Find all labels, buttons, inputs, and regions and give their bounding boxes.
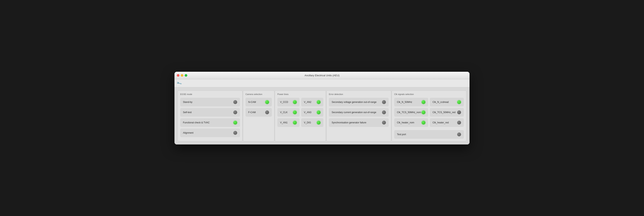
camera-fcam-label: F-CAM bbox=[248, 111, 256, 114]
maximize-button[interactable] bbox=[185, 74, 187, 77]
power-van1-label: V_AN1 bbox=[280, 121, 288, 124]
power-vclk-row: V_CLK bbox=[277, 108, 300, 117]
clk-nccdread-row: Clk_N_ccdread bbox=[430, 98, 464, 106]
egse-functional-indicator[interactable] bbox=[233, 121, 237, 125]
power-vccd-row: V_CCD bbox=[277, 98, 300, 106]
power-van3-row: V_AN3 bbox=[301, 108, 324, 117]
egse-alignment-row: Alignment bbox=[180, 129, 240, 137]
power-van3-label: V_AN3 bbox=[304, 111, 312, 114]
test-port-row: Test port bbox=[394, 130, 464, 139]
clk-heater-nom-row: Clk_heater_nom bbox=[394, 118, 428, 127]
error-panel: Error detection Secondary voltage genera… bbox=[326, 90, 391, 141]
clk-heater-nom-label: Clk_heater_nom bbox=[397, 121, 414, 124]
close-button[interactable] bbox=[177, 74, 180, 77]
clk-n50-row: Clk_N_50MHz bbox=[394, 98, 428, 106]
egse-functional-label: Functional check & TVAC bbox=[183, 121, 210, 124]
titlebar: Ancillary Electrical Units (AEU) bbox=[174, 72, 470, 79]
clk-tcs-nom-label: Clk_TCS_50MHz_nom bbox=[397, 111, 421, 114]
clk-panel: Clk signals selection Clk_N_50MHz Clk_N_… bbox=[392, 90, 466, 141]
power-van1-indicator[interactable] bbox=[293, 121, 297, 125]
egse-alignment-indicator[interactable] bbox=[233, 131, 237, 135]
egse-selftest-indicator[interactable] bbox=[233, 110, 237, 114]
clk-tcs-nom-row: Clk_TCS_50MHz_nom bbox=[394, 108, 428, 117]
clk-tcs-red-row: Clk_TCS_50MHz_red bbox=[430, 108, 464, 117]
egse-standby-indicator[interactable] bbox=[233, 100, 237, 104]
error-current-row: Secondary current generation out-of-rang… bbox=[329, 108, 389, 117]
camera-fcam-row: F-CAM bbox=[246, 108, 272, 117]
egse-standby-label: Stand-by bbox=[183, 101, 192, 103]
power-van2-indicator[interactable] bbox=[317, 100, 320, 104]
power-vclk-indicator[interactable] bbox=[293, 110, 297, 114]
power-vdig-indicator[interactable] bbox=[317, 121, 320, 125]
power-vdig-row: V_DIG bbox=[301, 118, 324, 127]
error-current-indicator[interactable] bbox=[382, 110, 386, 114]
clk-title: Clk signals selection bbox=[394, 93, 464, 95]
egse-functional-row: Functional check & TVAC bbox=[180, 118, 240, 127]
power-van2-label: V_AN2 bbox=[304, 101, 312, 103]
power-grid: V_CCD V_AN2 V_CLK V_AN3 V_AN1 bbox=[277, 98, 324, 127]
traffic-lights bbox=[177, 74, 187, 77]
clk-heater-red-row: Clk_heater_red bbox=[430, 118, 464, 127]
egse-selftest-row: Self-test bbox=[180, 108, 240, 117]
power-vccd-label: V_CCD bbox=[280, 101, 288, 103]
camera-fcam-indicator[interactable] bbox=[265, 110, 269, 114]
clk-heater-red-label: Clk_heater_red bbox=[432, 121, 449, 124]
error-sync-indicator[interactable] bbox=[382, 121, 386, 125]
error-voltage-label: Secondary voltage generation out-of-rang… bbox=[332, 101, 376, 103]
camera-panel: Camera selection N-CAM F-CAM bbox=[243, 90, 274, 141]
camera-ncam-indicator[interactable] bbox=[265, 100, 269, 104]
content-area: EGSE mode Stand-by Self-test Functional … bbox=[174, 87, 470, 145]
test-port-indicator[interactable] bbox=[457, 133, 461, 136]
error-title: Error detection bbox=[329, 93, 389, 95]
power-vdig-label: V_DIG bbox=[304, 121, 311, 124]
egse-alignment-label: Alignment bbox=[183, 132, 193, 134]
main-window: Ancillary Electrical Units (AEU) 🔧 EGSE … bbox=[174, 72, 470, 145]
power-vclk-label: V_CLK bbox=[280, 111, 288, 114]
power-van3-indicator[interactable] bbox=[317, 110, 320, 114]
clk-n50-indicator[interactable] bbox=[422, 100, 426, 104]
minimize-button[interactable] bbox=[181, 74, 183, 77]
clk-grid: Clk_N_50MHz Clk_N_ccdread Clk_TCS_50MHz_… bbox=[394, 98, 464, 139]
error-sync-row: Synchronisation generator failure bbox=[329, 118, 389, 127]
clk-heater-red-indicator[interactable] bbox=[457, 121, 461, 125]
power-vccd-indicator[interactable] bbox=[293, 100, 297, 104]
clk-heater-nom-indicator[interactable] bbox=[422, 121, 426, 125]
clk-nccdread-label: Clk_N_ccdread bbox=[432, 101, 449, 103]
clk-n50-label: Clk_N_50MHz bbox=[397, 101, 412, 103]
error-voltage-indicator[interactable] bbox=[382, 100, 386, 104]
toolbar: 🔧 bbox=[174, 79, 470, 87]
egse-standby-row: Stand-by bbox=[180, 98, 240, 106]
window-title: Ancillary Electrical Units (AEU) bbox=[304, 74, 340, 77]
egse-title: EGSE mode bbox=[180, 93, 240, 95]
camera-ncam-label: N-CAM bbox=[248, 101, 256, 103]
egse-panel: EGSE mode Stand-by Self-test Functional … bbox=[178, 90, 242, 141]
power-van2-row: V_AN2 bbox=[301, 98, 324, 106]
power-panel: Power lines V_CCD V_AN2 V_CLK V_AN3 bbox=[275, 90, 326, 141]
test-port-label: Test port bbox=[397, 133, 406, 136]
camera-ncam-row: N-CAM bbox=[246, 98, 272, 106]
error-voltage-row: Secondary voltage generation out-of-rang… bbox=[329, 98, 389, 106]
power-van1-row: V_AN1 bbox=[277, 118, 300, 127]
clk-tcs-red-indicator[interactable] bbox=[457, 110, 461, 114]
tools-icon[interactable]: 🔧 bbox=[176, 79, 183, 87]
error-current-label: Secondary current generation out-of-rang… bbox=[332, 111, 376, 114]
camera-title: Camera selection bbox=[246, 93, 272, 95]
power-title: Power lines bbox=[277, 93, 324, 95]
clk-tcs-red-label: Clk_TCS_50MHz_red bbox=[432, 111, 456, 114]
egse-selftest-label: Self-test bbox=[183, 111, 192, 114]
error-sync-label: Synchronisation generator failure bbox=[332, 121, 366, 124]
clk-tcs-nom-indicator[interactable] bbox=[422, 110, 426, 114]
clk-nccdread-indicator[interactable] bbox=[457, 100, 461, 104]
